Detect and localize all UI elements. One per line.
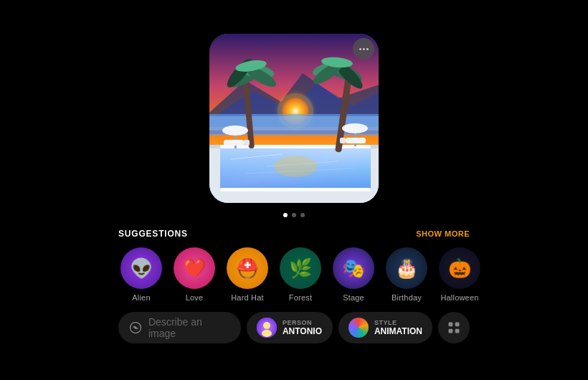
pagination-dot-2[interactable] bbox=[292, 213, 296, 217]
svg-rect-36 bbox=[340, 138, 346, 143]
person-category: PERSON bbox=[283, 319, 322, 326]
svg-rect-33 bbox=[224, 140, 244, 146]
style-orb-icon bbox=[348, 318, 369, 338]
suggestion-icon-love: ❤️ bbox=[174, 247, 215, 289]
person-pill[interactable]: PERSON ANTONIO bbox=[247, 312, 333, 343]
suggestion-item-birthday[interactable]: 🎂Birthday bbox=[384, 247, 430, 302]
suggestion-icon-birthday: 🎂 bbox=[386, 247, 427, 289]
svg-point-30 bbox=[222, 125, 248, 136]
svg-rect-34 bbox=[244, 140, 250, 146]
suggestion-icon-hardhat: ⛑️ bbox=[227, 247, 268, 289]
suggestions-title: SUGGESTIONS bbox=[118, 229, 188, 239]
style-pill[interactable]: STYLE ANIMATION bbox=[338, 312, 432, 343]
person-avatar-icon bbox=[257, 318, 277, 338]
image-container bbox=[208, 32, 380, 204]
style-value: ANIMATION bbox=[374, 326, 422, 336]
svg-rect-43 bbox=[455, 323, 460, 327]
suggestion-icon-stage: 🎭 bbox=[333, 247, 374, 289]
image-wrapper bbox=[209, 34, 380, 204]
svg-point-38 bbox=[134, 326, 136, 328]
style-category: STYLE bbox=[374, 319, 422, 326]
svg-point-32 bbox=[342, 123, 368, 133]
suggestion-label-love: Love bbox=[186, 293, 204, 302]
suggestion-label-alien: Alien bbox=[132, 293, 150, 302]
svg-point-14 bbox=[274, 156, 317, 177]
suggestion-icon-forest: 🌿 bbox=[280, 247, 321, 289]
suggestions-section: SUGGESTIONS SHOW MORE 👽Alien❤️Love⛑️Hard… bbox=[0, 229, 588, 302]
describe-text: Describe an image bbox=[148, 316, 231, 339]
suggestion-item-love[interactable]: ❤️Love bbox=[171, 247, 217, 302]
style-label: STYLE ANIMATION bbox=[374, 319, 422, 336]
pagination-dot-1[interactable] bbox=[283, 213, 288, 217]
svg-rect-45 bbox=[455, 329, 460, 333]
image-card bbox=[208, 32, 380, 204]
suggestion-label-halloween: Halloween bbox=[440, 293, 478, 302]
suggestions-header: SUGGESTIONS SHOW MORE bbox=[118, 229, 470, 239]
suggestion-label-birthday: Birthday bbox=[392, 293, 422, 302]
suggestions-grid: 👽Alien❤️Love⛑️Hard Hat🌿Forest🎭Stage🎂Birt… bbox=[118, 247, 470, 302]
pagination bbox=[283, 213, 305, 217]
suggestion-item-hardhat[interactable]: ⛑️Hard Hat bbox=[224, 247, 270, 302]
show-more-button[interactable]: SHOW MORE bbox=[416, 229, 470, 238]
gallery-button[interactable] bbox=[438, 312, 470, 343]
more-dots-icon bbox=[359, 48, 369, 50]
suggestion-label-stage: Stage bbox=[343, 293, 364, 302]
person-avatar bbox=[257, 318, 277, 338]
svg-rect-42 bbox=[449, 323, 453, 327]
suggestion-icon-halloween: 🎃 bbox=[439, 247, 480, 289]
suggestion-icon-alien: 👽 bbox=[120, 247, 162, 289]
more-button[interactable] bbox=[353, 38, 374, 60]
svg-rect-16 bbox=[220, 188, 371, 191]
svg-point-41 bbox=[262, 330, 272, 337]
suggestion-item-forest[interactable]: 🌿Forest bbox=[278, 247, 323, 302]
person-label: PERSON ANTONIO bbox=[283, 319, 322, 336]
describe-input[interactable]: Describe an image bbox=[118, 312, 241, 343]
svg-rect-35 bbox=[346, 138, 366, 143]
suggestion-label-hardhat: Hard Hat bbox=[231, 293, 264, 302]
svg-rect-15 bbox=[220, 145, 371, 148]
bottom-toolbar: Describe an image PERSON ANTONIO bbox=[0, 312, 588, 343]
gallery-icon bbox=[447, 320, 461, 335]
describe-icon bbox=[128, 320, 143, 335]
suggestion-item-halloween[interactable]: 🎃Halloween bbox=[437, 247, 483, 302]
person-value: ANTONIO bbox=[283, 326, 322, 336]
suggestion-label-forest: Forest bbox=[289, 293, 312, 302]
suggestion-item-alien[interactable]: 👽Alien bbox=[118, 247, 164, 302]
svg-point-40 bbox=[263, 322, 270, 329]
pagination-dot-3[interactable] bbox=[300, 213, 305, 217]
svg-rect-44 bbox=[449, 329, 453, 333]
suggestion-item-stage[interactable]: 🎭Stage bbox=[331, 247, 376, 302]
